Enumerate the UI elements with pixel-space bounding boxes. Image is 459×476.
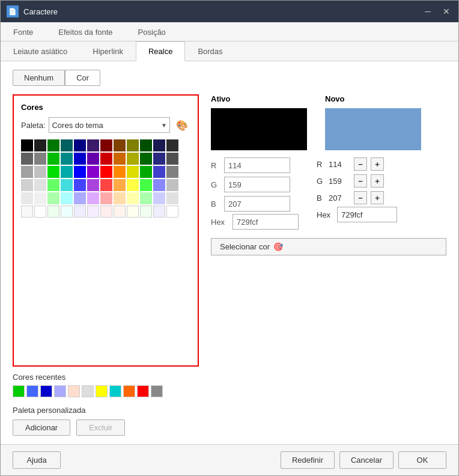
color-cell[interactable] bbox=[100, 192, 112, 204]
color-cell[interactable] bbox=[87, 153, 99, 165]
r-plus-btn[interactable]: + bbox=[371, 157, 384, 171]
hex-input-novo[interactable] bbox=[337, 207, 397, 222]
color-cell[interactable] bbox=[100, 206, 112, 218]
toggle-cor[interactable]: Cor bbox=[65, 70, 100, 86]
recent-color-2[interactable] bbox=[26, 385, 38, 397]
help-button[interactable]: Ajuda bbox=[13, 451, 61, 469]
color-cell[interactable] bbox=[166, 179, 178, 191]
tab-fonte[interactable]: Fonte bbox=[1, 22, 46, 41]
color-cell[interactable] bbox=[127, 192, 139, 204]
tab-leiaute[interactable]: Leiaute asiático bbox=[1, 41, 80, 61]
color-cell[interactable] bbox=[166, 153, 178, 165]
color-cell[interactable] bbox=[74, 192, 86, 204]
color-cell[interactable] bbox=[87, 206, 99, 218]
color-cell[interactable] bbox=[61, 153, 73, 165]
color-cell[interactable] bbox=[100, 166, 112, 178]
b-input-ativo[interactable] bbox=[224, 196, 290, 212]
color-cell[interactable] bbox=[166, 192, 178, 204]
palette-select[interactable]: Cores do tema ▼ bbox=[49, 117, 170, 133]
color-cell[interactable] bbox=[47, 153, 59, 165]
color-cell[interactable] bbox=[74, 206, 86, 218]
color-cell[interactable] bbox=[61, 166, 73, 178]
color-cell[interactable] bbox=[100, 139, 112, 151]
color-cell[interactable] bbox=[114, 179, 126, 191]
color-cell[interactable] bbox=[47, 166, 59, 178]
recent-color-8[interactable] bbox=[109, 385, 121, 397]
color-cell[interactable] bbox=[61, 179, 73, 191]
reset-button[interactable]: Redefinir bbox=[281, 451, 335, 469]
toggle-nenhum[interactable]: Nenhum bbox=[13, 70, 65, 86]
recent-color-9[interactable] bbox=[123, 385, 135, 397]
color-cell[interactable] bbox=[100, 179, 112, 191]
color-cell[interactable] bbox=[21, 153, 33, 165]
recent-color-5[interactable] bbox=[68, 385, 80, 397]
color-cell[interactable] bbox=[140, 153, 152, 165]
color-cell[interactable] bbox=[127, 139, 139, 151]
close-button[interactable]: ✕ bbox=[440, 5, 452, 17]
recent-color-11[interactable] bbox=[151, 385, 163, 397]
color-cell[interactable] bbox=[34, 166, 46, 178]
recent-color-10[interactable] bbox=[137, 385, 149, 397]
color-cell[interactable] bbox=[127, 153, 139, 165]
color-cell[interactable] bbox=[87, 166, 99, 178]
color-cell[interactable] bbox=[34, 206, 46, 218]
delete-button[interactable]: Excluir bbox=[76, 420, 125, 436]
color-cell[interactable] bbox=[61, 206, 73, 218]
color-cell[interactable] bbox=[140, 206, 152, 218]
tab-realce[interactable]: Realce bbox=[136, 41, 185, 61]
color-cell[interactable] bbox=[47, 179, 59, 191]
color-cell[interactable] bbox=[166, 166, 178, 178]
b-minus-btn[interactable]: − bbox=[354, 191, 367, 204]
color-cell[interactable] bbox=[61, 192, 73, 204]
color-cell[interactable] bbox=[47, 206, 59, 218]
color-cell[interactable] bbox=[114, 206, 126, 218]
color-cell[interactable] bbox=[140, 166, 152, 178]
color-cell[interactable] bbox=[166, 139, 178, 151]
hex-input-ativo[interactable] bbox=[233, 214, 299, 230]
color-cell[interactable] bbox=[100, 153, 112, 165]
color-cell[interactable] bbox=[166, 206, 178, 218]
color-cell[interactable] bbox=[21, 179, 33, 191]
ok-button[interactable]: OK bbox=[398, 451, 446, 469]
color-cell[interactable] bbox=[34, 153, 46, 165]
recent-color-3[interactable] bbox=[40, 385, 52, 397]
color-cell[interactable] bbox=[21, 139, 33, 151]
color-cell[interactable] bbox=[153, 153, 165, 165]
color-cell[interactable] bbox=[153, 206, 165, 218]
color-cell[interactable] bbox=[127, 179, 139, 191]
add-button[interactable]: Adicionar bbox=[13, 420, 70, 436]
color-cell[interactable] bbox=[114, 166, 126, 178]
recent-color-1[interactable] bbox=[13, 385, 25, 397]
color-cell[interactable] bbox=[34, 192, 46, 204]
r-input-ativo[interactable] bbox=[224, 157, 290, 173]
tab-bordas[interactable]: Bordas bbox=[185, 41, 235, 61]
color-cell[interactable] bbox=[153, 139, 165, 151]
color-cell[interactable] bbox=[34, 179, 46, 191]
color-cell[interactable] bbox=[140, 179, 152, 191]
color-cell[interactable] bbox=[21, 206, 33, 218]
color-cell[interactable] bbox=[114, 153, 126, 165]
g-minus-btn[interactable]: − bbox=[354, 174, 367, 188]
color-cell[interactable] bbox=[21, 166, 33, 178]
color-cell[interactable] bbox=[74, 153, 86, 165]
color-cell[interactable] bbox=[153, 192, 165, 204]
color-cell[interactable] bbox=[87, 192, 99, 204]
color-cell[interactable] bbox=[74, 139, 86, 151]
minimize-button[interactable]: ─ bbox=[422, 5, 433, 17]
color-cell[interactable] bbox=[47, 139, 59, 151]
color-cell[interactable] bbox=[153, 166, 165, 178]
color-cell[interactable] bbox=[34, 139, 46, 151]
r-minus-btn[interactable]: − bbox=[354, 157, 367, 171]
recent-color-4[interactable] bbox=[54, 385, 66, 397]
color-cell[interactable] bbox=[87, 179, 99, 191]
color-cell[interactable] bbox=[87, 139, 99, 151]
color-cell[interactable] bbox=[47, 192, 59, 204]
color-cell[interactable] bbox=[21, 192, 33, 204]
cancel-button[interactable]: Cancelar bbox=[339, 451, 394, 469]
color-cell[interactable] bbox=[127, 206, 139, 218]
color-cell[interactable] bbox=[114, 192, 126, 204]
color-cell[interactable] bbox=[140, 192, 152, 204]
g-input-ativo[interactable] bbox=[224, 177, 290, 192]
tab-efeitos[interactable]: Efeitos da fonte bbox=[46, 22, 125, 41]
color-cell[interactable] bbox=[140, 139, 152, 151]
